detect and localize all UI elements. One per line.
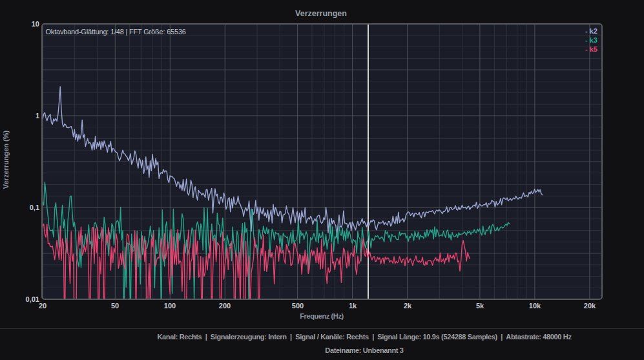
svg-text:- k2: - k2 xyxy=(585,27,597,35)
svg-text:10: 10 xyxy=(32,20,39,28)
svg-text:20: 20 xyxy=(39,302,47,310)
svg-text:Dateiname: Unbenannt 3: Dateiname: Unbenannt 3 xyxy=(325,346,403,354)
svg-text:- k3: - k3 xyxy=(585,36,597,44)
svg-text:20k: 20k xyxy=(584,302,596,310)
svg-text:Frequenz (Hz): Frequenz (Hz) xyxy=(300,312,344,320)
svg-text:200: 200 xyxy=(219,302,231,310)
svg-text:10k: 10k xyxy=(529,302,541,310)
svg-text:Oktavband-Glättung: 1/48 | FFT: Oktavband-Glättung: 1/48 | FFT Größe: 65… xyxy=(46,28,186,36)
svg-text:500: 500 xyxy=(292,302,304,310)
svg-text:0,01: 0,01 xyxy=(26,295,39,303)
svg-text:Kanal: Rechts | Signalerzeug: Kanal: Rechts | Signalerzeugung: Intern … xyxy=(157,333,572,341)
svg-text:Verzerrungen (%): Verzerrungen (%) xyxy=(2,130,10,189)
svg-text:Verzerrungen: Verzerrungen xyxy=(295,9,347,18)
svg-text:1: 1 xyxy=(36,112,39,120)
svg-text:1k: 1k xyxy=(349,302,357,310)
svg-text:100: 100 xyxy=(164,302,176,310)
svg-text:- k5: - k5 xyxy=(585,45,597,53)
svg-text:0,1: 0,1 xyxy=(30,204,39,211)
svg-text:50: 50 xyxy=(111,302,119,310)
svg-text:2k: 2k xyxy=(404,302,412,310)
svg-text:5k: 5k xyxy=(476,302,484,310)
